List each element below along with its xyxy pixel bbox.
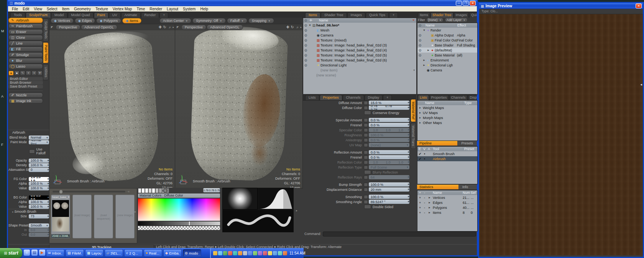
property-row[interactable]: Diffuse Amount Diffuse Amount 15.0 %◂▸	[304, 100, 409, 105]
item-row[interactable]: ⊙ (new item) ▾	[303, 68, 416, 73]
value-field[interactable]: 0.0 %◂▸	[369, 118, 409, 122]
quick-launch-icon[interactable]: ▶	[39, 250, 45, 256]
clip-cell[interactable]: (load sequence)	[94, 195, 113, 238]
col-num[interactable]: Num	[463, 191, 470, 195]
value-field[interactable]: 0◂▸	[29, 168, 49, 172]
ink-button[interactable]: ▦Image Ink	[8, 98, 43, 104]
menu-item[interactable]: Layout	[164, 7, 181, 11]
channel-mini-toggle[interactable]	[364, 175, 368, 179]
menu-item[interactable]: Geometry	[72, 7, 93, 11]
statistics-tab[interactable]: Statistics	[417, 185, 458, 189]
expander-icon[interactable]: ►	[417, 106, 423, 109]
brush-tip-button[interactable]: T	[37, 71, 43, 76]
value-field[interactable]: 0.0 %◂▸	[369, 123, 409, 127]
menu-item[interactable]: Help	[198, 7, 210, 11]
type-dropdown[interactable]: Type: Clo...	[481, 9, 498, 13]
spinner-icon[interactable]: ◂▸	[407, 106, 409, 109]
preview-pan-arrow-icon[interactable]: ◂	[640, 83, 642, 86]
collapse-minus-icon[interactable]: -	[424, 211, 425, 215]
col-name[interactable]: Name	[433, 191, 442, 195]
expander-icon[interactable]: ▼	[308, 24, 312, 26]
brush-link[interactable]: Brush Editor	[8, 77, 43, 81]
form-row[interactable]: Value Value 100.0 %◂▸	[8, 186, 49, 190]
channel-mini-toggle[interactable]	[364, 183, 368, 187]
spinner-icon[interactable]: ◂▸	[407, 101, 409, 104]
toolbar-dropdown[interactable]: Snapping▼	[248, 18, 274, 23]
component-mode-button[interactable]: ◆Vertices	[51, 18, 74, 23]
channel-mini-toggle[interactable]	[364, 165, 368, 169]
spinner-icon[interactable]: ◂▸	[47, 233, 49, 236]
pipeline-row[interactable]: ✔ • Airbrush	[417, 156, 477, 161]
value-field[interactable]: 89.5247 °◂▸	[369, 200, 409, 204]
form-row[interactable]: BG Color BG Color 0.0 0.0 0.0◂▸	[8, 195, 49, 200]
statistics-row[interactable]: + - ► Edges 61... ...	[417, 200, 477, 205]
brush-tip-button[interactable]: ●	[8, 71, 14, 76]
info-tab[interactable]: Info	[458, 185, 477, 189]
expander-icon[interactable]: ►	[417, 111, 423, 114]
form-row[interactable]: Opacity Opacity 100.0 %◂▸	[8, 158, 49, 163]
spinner-icon[interactable]: ◂▸	[47, 159, 49, 162]
channel-mini-toggle[interactable]	[364, 155, 368, 159]
col-tool[interactable]: Tool	[433, 147, 439, 151]
spinner-icon[interactable]: ◂▸	[407, 123, 409, 126]
expander-icon[interactable]: ►	[428, 196, 431, 199]
tray-icon-7[interactable]	[243, 251, 247, 255]
enable-check-icon[interactable]: ✔	[419, 157, 422, 161]
property-row[interactable]: Anisotropy Anisotropy 0.0 %◂▸	[304, 137, 409, 142]
tool-button[interactable]: ╱Line	[8, 41, 43, 46]
spinner-icon[interactable]: ◂▸	[407, 150, 409, 154]
map-list-row[interactable]: ► Other Maps	[417, 120, 477, 125]
value-field[interactable]: 0.78 0.78 0.78◂▸	[369, 106, 409, 110]
tool-button[interactable]: ●Blur	[8, 58, 43, 63]
menu-item[interactable]: Render	[147, 7, 164, 11]
image-preview-titlebar[interactable]: ▦ Image Preview ✕	[479, 3, 643, 9]
brush-tip-button[interactable]: ●	[14, 71, 20, 76]
viewport-corner-icon[interactable]: ◤	[51, 26, 53, 29]
pan-icon[interactable]: ✚	[159, 25, 162, 29]
value-field[interactable]: 0.0◂▸	[29, 228, 49, 232]
channel-mini-toggle[interactable]	[364, 160, 368, 164]
form-row[interactable]: ◂▸	[8, 190, 49, 195]
name-column-header[interactable]: Name	[314, 18, 328, 22]
map-list-row[interactable]: ► Weight Maps	[417, 105, 477, 110]
spinner-icon[interactable]: ◂▸	[407, 195, 409, 198]
task-button[interactable]: e 2 Q...	[124, 249, 143, 257]
value-field[interactable]: 100.0 %◂▸	[369, 133, 409, 137]
zoom-icon[interactable]: ⌕	[296, 25, 299, 30]
component-mode-button[interactable]: ◆Edges	[75, 18, 95, 23]
menu-item[interactable]: File	[10, 7, 20, 11]
channel-mini-toggle[interactable]	[364, 128, 368, 132]
shader-row[interactable]: ⊙ ▼ ● Render	[417, 28, 477, 33]
expander-icon[interactable]: ►	[428, 211, 431, 214]
brush-tip-button[interactable]: ✶	[26, 71, 31, 76]
channel-mini-toggle[interactable]	[364, 123, 368, 127]
layout-tab[interactable]: Tools	[10, 12, 25, 18]
tray-icon-15[interactable]	[283, 251, 287, 255]
channel-mini-toggle[interactable]	[364, 188, 368, 192]
pipeline-row[interactable]: ✔ • Smooth Brush	[417, 151, 477, 156]
property-row[interactable]: Conserve Energy Conserve Energy ◂▸	[304, 110, 409, 115]
form-row[interactable]: Shape Preset Shape Preset Smooth◂▸	[8, 223, 49, 228]
spinner-icon[interactable]: ◂▸	[407, 133, 409, 136]
property-row[interactable]: Specular Amount Specular Amount 0.0 %◂▸	[304, 117, 409, 122]
tool-button[interactable]: ◯Lasso	[8, 64, 43, 69]
collapse-minus-icon[interactable]: -	[424, 196, 425, 200]
spinner-icon[interactable]: ◂▸	[47, 177, 49, 180]
statistics-row[interactable]: + - ► Items 8 0	[417, 210, 477, 215]
tray-icon-9[interactable]	[253, 251, 257, 255]
property-row[interactable]: Bump Strength Bump Strength 100.0 %◂▸	[304, 182, 409, 187]
menu-item[interactable]: Edit	[20, 7, 31, 11]
form-row[interactable]: Alpha Alpha 100.0 %◂▸	[8, 200, 49, 204]
pipeline-tab[interactable]: Pipeline	[417, 141, 457, 146]
panel-tab[interactable]: Lists	[305, 95, 319, 100]
clock[interactable]: 11:54 AM	[289, 251, 306, 255]
value-field[interactable]: 20 mm◂▸	[369, 187, 409, 192]
add-layer-dropdown[interactable]: Add Layer▼	[445, 18, 468, 22]
layout-tab[interactable]: Model Quad	[68, 12, 94, 18]
tool-button[interactable]: ✎Airbrush	[8, 18, 43, 23]
spinner-icon[interactable]: ◂▸	[47, 200, 49, 203]
channel-mini-toggle[interactable]	[364, 195, 368, 199]
channel-mini-toggle[interactable]	[364, 138, 368, 142]
visible-dot-icon[interactable]: •	[424, 152, 425, 156]
panel-tab[interactable]: Channels	[343, 95, 364, 100]
